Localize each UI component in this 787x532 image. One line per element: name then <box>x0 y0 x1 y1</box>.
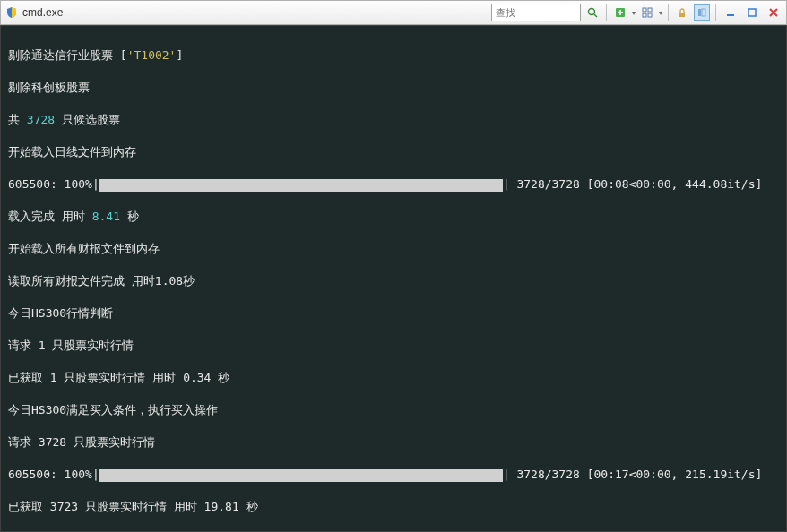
svg-point-0 <box>589 9 595 15</box>
progress-bar-line: 605500: 100%|| 3728/3728 [00:08<00:00, 4… <box>8 176 779 193</box>
window-titlebar: cmd.exe ▾ ▾ <box>0 0 787 25</box>
terminal-line: 开始载入日线文件到内存 <box>8 144 779 160</box>
close-button[interactable] <box>765 5 783 20</box>
svg-line-1 <box>594 14 597 17</box>
toolbar-separator <box>668 4 669 21</box>
dropdown-arrow-icon[interactable]: ▾ <box>659 9 662 17</box>
dropdown-arrow-icon[interactable]: ▾ <box>632 9 636 17</box>
svg-rect-3 <box>643 8 646 12</box>
svg-rect-8 <box>698 9 701 16</box>
windows-icon[interactable] <box>639 4 655 21</box>
app-shield-icon <box>4 5 19 20</box>
search-input[interactable] <box>491 4 581 21</box>
lock-icon[interactable] <box>674 4 690 21</box>
minimize-button[interactable] <box>722 5 739 20</box>
terminal-line: 载入完成 用时 8.41 秒 <box>8 209 779 225</box>
terminal-line: 读取所有财报文件完成 用时1.08秒 <box>8 273 779 289</box>
svg-rect-4 <box>648 8 652 12</box>
svg-rect-11 <box>748 9 756 16</box>
terminal-line: 已获取 3723 只股票实时行情 用时 19.81 秒 <box>8 499 779 515</box>
progress-bar-line: 605500: 100%|| 3728/3728 [00:17<00:00, 2… <box>8 467 779 483</box>
terminal-output[interactable]: 剔除通达信行业股票 ['T1002'] 剔除科创板股票 共 3728 只候选股票… <box>0 25 787 532</box>
panel-icon[interactable] <box>694 4 710 21</box>
terminal-line: 今日HS300行情判断 <box>8 305 779 322</box>
svg-rect-7 <box>679 13 685 17</box>
svg-rect-6 <box>648 13 652 17</box>
terminal-line: 请求 1 只股票实时行情 <box>8 338 779 354</box>
svg-rect-9 <box>702 9 705 16</box>
svg-rect-5 <box>643 13 646 17</box>
add-icon[interactable] <box>612 4 628 21</box>
terminal-line: 已获取 1 只股票实时行情 用时 0.34 秒 <box>8 370 779 386</box>
toolbar-separator <box>606 4 607 21</box>
terminal-line: 请求 3728 只股票实时行情 <box>8 434 779 450</box>
toolbar-separator <box>715 4 716 21</box>
maximize-button[interactable] <box>743 5 761 20</box>
terminal-line: 剔除通达信行业股票 ['T1002'] <box>8 47 779 64</box>
terminal-line: 开始载入所有财报文件到内存 <box>8 241 779 257</box>
search-icon[interactable] <box>584 4 601 21</box>
terminal-line: 剔除科创板股票 <box>8 80 779 96</box>
terminal-line: 今日HS300满足买入条件，执行买入操作 <box>8 402 779 418</box>
terminal-line: 共 3728 只候选股票 <box>8 112 779 128</box>
window-title: cmd.exe <box>22 6 63 19</box>
